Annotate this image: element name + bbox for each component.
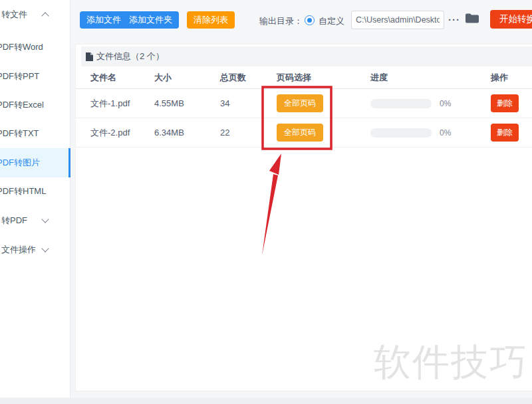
start-convert-button[interactable]: 开始转换 xyxy=(490,10,532,29)
sidebar-item-file-ops[interactable]: 文件操作 xyxy=(0,235,70,264)
add-file-button[interactable]: 添加文件 xyxy=(80,11,128,29)
window-bottom-edge xyxy=(0,398,532,404)
col-pages: 总页数 xyxy=(220,72,277,84)
progress-percent: 0% xyxy=(440,128,451,138)
file-size: 6.34MB xyxy=(154,128,220,138)
folder-icon xyxy=(465,13,479,24)
col-page-select: 页码选择 xyxy=(277,72,370,84)
sidebar-item-pdf-to-excel[interactable]: PDF转Excel xyxy=(0,90,70,120)
col-size: 大小 xyxy=(154,72,220,84)
page-select-button[interactable]: 全部页码 xyxy=(277,124,323,142)
sidebar-item-label: 转文件 xyxy=(1,9,27,21)
sidebar-item-pdf-to-html[interactable]: PDF转HTML xyxy=(0,177,70,206)
watermark-text: 软件技巧 xyxy=(374,338,528,388)
document-icon xyxy=(86,52,93,61)
table-row: 文件-2.pdf 6.34MB 22 全部页码 0% 删除 xyxy=(76,118,532,148)
file-name: 文件-2.pdf xyxy=(90,127,154,139)
add-folder-button[interactable]: 添加文件夹 xyxy=(122,11,179,29)
col-filename: 文件名 xyxy=(90,72,154,84)
output-path-input[interactable] xyxy=(351,11,444,29)
sidebar-item-label: PDF转Excel xyxy=(0,99,44,111)
delete-button[interactable]: 删除 xyxy=(491,94,519,112)
sidebar-item-label: PDF转HTML xyxy=(0,185,46,197)
sidebar-item-pdf-to-txt[interactable]: PDF转TXT xyxy=(0,119,70,148)
sidebar-item-label: 转PDF xyxy=(1,215,27,227)
browse-ellipsis-button[interactable]: ··· xyxy=(446,9,463,29)
sidebar-item-pdf-to-image[interactable]: PDF转图片 xyxy=(0,148,70,177)
output-dir-label: 输出目录： xyxy=(259,15,303,27)
sidebar-item-pdf-to-ppt[interactable]: PDF转PPT xyxy=(0,62,70,91)
col-action: 操作 xyxy=(491,72,531,84)
table-header-row: 文件名 大小 总页数 页码选择 进度 操作 xyxy=(76,66,532,89)
clear-list-button[interactable]: 清除列表 xyxy=(187,11,235,29)
col-progress: 进度 xyxy=(370,72,491,84)
table-row: 文件-1.pdf 4.55MB 34 全部页码 0% 删除 xyxy=(76,89,532,118)
file-table: 文件名 大小 总页数 页码选择 进度 操作 文件-1.pdf 4.55MB 34… xyxy=(76,66,532,148)
progress-percent: 0% xyxy=(440,99,451,108)
sidebar-item-label: PDF转PPT xyxy=(0,70,39,82)
sidebar-item-to-file[interactable]: 转文件 xyxy=(0,0,70,29)
custom-dir-radio-label: 自定义 xyxy=(319,15,344,27)
file-pages: 22 xyxy=(220,128,277,138)
sidebar-item-label: PDF转TXT xyxy=(0,128,39,140)
sidebar-item-label: PDF转Word xyxy=(0,41,43,53)
page-select-button[interactable]: 全部页码 xyxy=(277,94,323,112)
sidebar-item-to-pdf[interactable]: 转PDF xyxy=(0,206,70,235)
chevron-down-icon xyxy=(41,215,49,223)
file-size: 4.55MB xyxy=(154,98,220,108)
toolbar: 添加文件 添加文件夹 清除列表 输出目录： 自定义 ··· 开始转换 xyxy=(70,0,532,44)
file-panel-title: 文件信息（2 个） xyxy=(96,50,164,62)
custom-dir-radio[interactable] xyxy=(305,15,315,25)
sidebar: 转文件 PDF转Word PDF转PPT PDF转Excel PDF转TXT P… xyxy=(0,0,70,397)
open-folder-button[interactable] xyxy=(464,13,480,26)
sidebar-item-pdf-to-word[interactable]: PDF转Word xyxy=(0,33,70,62)
file-panel-header: 文件信息（2 个） xyxy=(81,47,532,66)
progress-bar xyxy=(370,99,432,108)
file-name: 文件-1.pdf xyxy=(90,98,154,110)
sidebar-item-label: PDF转图片 xyxy=(0,157,40,169)
file-pages: 34 xyxy=(220,98,277,108)
progress-bar xyxy=(370,128,432,138)
delete-button[interactable]: 删除 xyxy=(491,124,519,142)
sidebar-item-label: 文件操作 xyxy=(1,244,36,256)
chevron-down-icon xyxy=(41,245,49,252)
chevron-up-icon xyxy=(41,12,49,19)
